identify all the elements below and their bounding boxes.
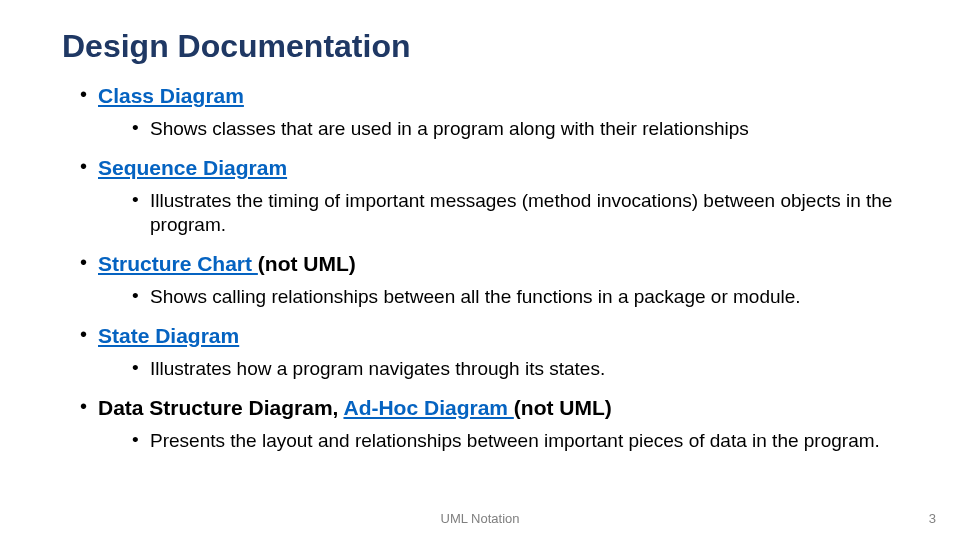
topic-suffix: (not UML) xyxy=(258,252,356,275)
topic-link[interactable]: State Diagram xyxy=(98,324,239,347)
topic-heading: Data Structure Diagram, Ad-Hoc Diagram (… xyxy=(98,395,900,421)
topic-heading: State Diagram xyxy=(98,323,900,349)
topic-data-structure-diagram: Data Structure Diagram, Ad-Hoc Diagram (… xyxy=(80,395,900,453)
topic-sublist: Shows classes that are used in a program… xyxy=(98,117,900,141)
topic-desc: Illustrates how a program navigates thro… xyxy=(132,357,900,381)
topic-link[interactable]: Structure Chart xyxy=(98,252,258,275)
topic-sublist: Illustrates the timing of important mess… xyxy=(98,189,900,237)
topic-structure-chart: Structure Chart (not UML) Shows calling … xyxy=(80,251,900,309)
topic-prefix: Data Structure Diagram, xyxy=(98,396,343,419)
topic-heading: Structure Chart (not UML) xyxy=(98,251,900,277)
topic-sublist: Shows calling relationships between all … xyxy=(98,285,900,309)
topic-desc: Presents the layout and relationships be… xyxy=(132,429,900,453)
topic-desc: Shows calling relationships between all … xyxy=(132,285,900,309)
topic-state-diagram: State Diagram Illustrates how a program … xyxy=(80,323,900,381)
topic-sublist: Presents the layout and relationships be… xyxy=(98,429,900,453)
topic-sublist: Illustrates how a program navigates thro… xyxy=(98,357,900,381)
footer-label: UML Notation xyxy=(0,511,960,526)
topic-class-diagram: Class Diagram Shows classes that are use… xyxy=(80,83,900,141)
topic-suffix: (not UML) xyxy=(514,396,612,419)
topic-link[interactable]: Sequence Diagram xyxy=(98,156,287,179)
topic-heading: Class Diagram xyxy=(98,83,900,109)
topics-list: Class Diagram Shows classes that are use… xyxy=(80,83,900,453)
topic-desc: Illustrates the timing of important mess… xyxy=(132,189,900,237)
slide-title: Design Documentation xyxy=(62,28,960,65)
topic-sequence-diagram: Sequence Diagram Illustrates the timing … xyxy=(80,155,900,237)
topic-link[interactable]: Class Diagram xyxy=(98,84,244,107)
topic-link[interactable]: Ad-Hoc Diagram xyxy=(343,396,513,419)
page-number: 3 xyxy=(929,511,936,526)
topic-desc: Shows classes that are used in a program… xyxy=(132,117,900,141)
topic-heading: Sequence Diagram xyxy=(98,155,900,181)
